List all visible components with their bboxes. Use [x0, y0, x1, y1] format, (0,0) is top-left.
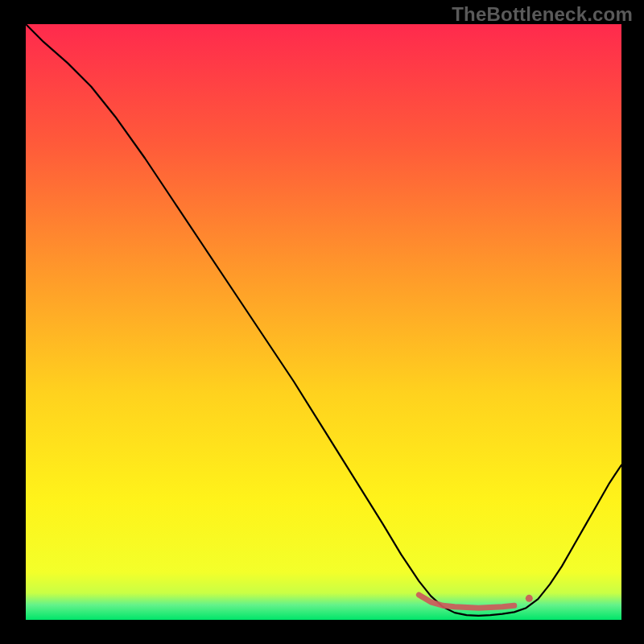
chart-container: TheBottleneck.com [0, 0, 644, 644]
watermark-text: TheBottleneck.com [452, 3, 633, 26]
highlight-end-dot [526, 595, 533, 602]
plot-area [26, 24, 621, 620]
gradient-bg [26, 24, 621, 620]
chart-svg [26, 24, 621, 620]
